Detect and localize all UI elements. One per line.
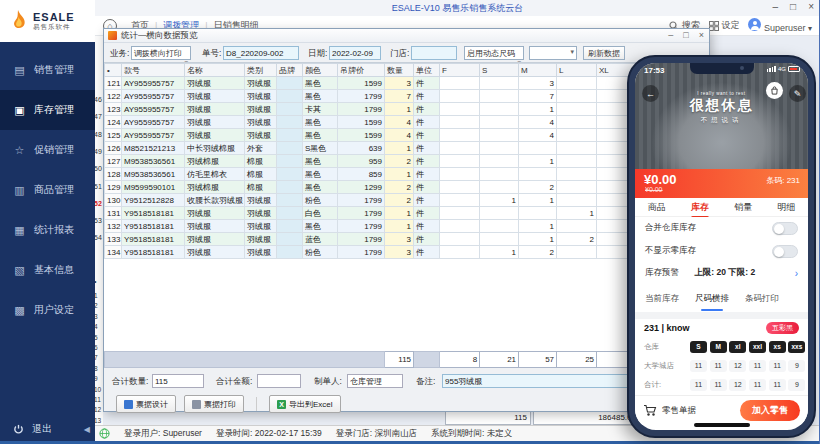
table-row[interactable]: 134Y9518518181羽绒服羽绒服粉色17993件12	[105, 246, 705, 259]
column-header[interactable]: 名称	[185, 64, 245, 77]
column-header[interactable]: 类别	[245, 64, 277, 77]
retail-receipt-label[interactable]: 零售单据	[662, 405, 696, 417]
table-row[interactable]: 126M8521521213中长羽绒棉服外套S黑色6391件	[105, 142, 705, 155]
phone-subtab-当前库存[interactable]: 当前库存	[645, 293, 679, 305]
table-row[interactable]: 123AY955955757羽绒服羽绒服卡其17991件1	[105, 103, 705, 116]
table-cell: 黑色	[303, 90, 338, 103]
home-indicator[interactable]	[694, 423, 750, 427]
collapse-sidebar-icon[interactable]: ◀	[84, 425, 90, 434]
merge-stock-toggle[interactable]	[772, 222, 798, 235]
dialog-close-icon[interactable]: ×	[699, 30, 704, 40]
phone-tab-明细[interactable]: 明细	[777, 199, 795, 216]
table-cell: 羽绒服	[245, 129, 277, 142]
size-chip[interactable]: xl	[729, 341, 746, 353]
sidebar-item-inventory-box[interactable]: ▣库存管理	[0, 90, 95, 130]
column-header[interactable]: •	[105, 64, 122, 77]
column-header[interactable]: 颜色	[303, 64, 338, 77]
dynamic-size-select[interactable]: 启用动态尺码▾	[464, 46, 524, 60]
maker-input[interactable]	[347, 374, 403, 388]
logout-button[interactable]: 退出	[13, 422, 52, 436]
table-cell: 粉色	[303, 246, 338, 259]
table-row[interactable]: 131Y9518518181羽绒服羽绒服白色17991件1	[105, 207, 705, 220]
username: Superuser	[764, 23, 806, 33]
table-row[interactable]: 127M9538536561羽绒棉服棉服黑色9592件1	[105, 155, 705, 168]
total-qty-input[interactable]	[152, 374, 204, 388]
dialog-titlebar[interactable]: 统计—横向数据预览 – □ ×	[104, 29, 709, 43]
empty-select[interactable]: ▾	[529, 46, 577, 60]
dialog-minimize-icon[interactable]: –	[668, 30, 673, 40]
size-chip[interactable]: xs	[769, 341, 786, 353]
add-to-retail-button[interactable]: 加入零售	[740, 400, 800, 421]
column-header[interactable]: L	[557, 64, 597, 77]
order-no-input[interactable]	[223, 46, 299, 60]
export-excel-button[interactable]: X导出到Excel	[269, 395, 341, 413]
promo-star-icon: ☆	[13, 144, 26, 157]
table-cell	[557, 220, 597, 233]
stock-warning-row[interactable]: 库存预警 上限: 20 下限: 2 ›	[635, 262, 808, 284]
table-row[interactable]: 128M9538536561仿毛里棉衣棉服黑色8591件	[105, 168, 705, 181]
column-header[interactable]: 品牌	[277, 64, 303, 77]
phone-subtab-条码打印[interactable]: 条码打印	[745, 293, 779, 305]
maximize-icon[interactable]: □	[790, 1, 796, 12]
table-row[interactable]: 124AY955955757羽绒服羽绒服黑色15994件4	[105, 116, 705, 129]
total-amount-input[interactable]	[257, 374, 301, 388]
column-header[interactable]: M	[519, 64, 557, 77]
column-header[interactable]: 数量	[385, 64, 414, 77]
column-header[interactable]: S	[480, 64, 519, 77]
receipt-design-button[interactable]: 票据设计	[116, 395, 176, 413]
table-cell: AY955955757	[122, 129, 185, 142]
sidebar-item-label: 基本信息	[34, 263, 74, 277]
column-header[interactable]: 单位	[414, 64, 440, 77]
settings-button[interactable]: 设定	[709, 19, 740, 32]
size-chip[interactable]: xxl	[749, 341, 766, 353]
phone-tab-销量[interactable]: 销量	[734, 199, 752, 216]
chevron-down-icon: ▾	[570, 48, 574, 56]
size-chip[interactable]: M	[710, 341, 727, 353]
phone-bottom-bar: 零售单据 加入零售	[635, 395, 808, 425]
user-menu[interactable]: Superuser ▾	[748, 18, 812, 33]
sidebar-item-goods[interactable]: ▥商品管理	[0, 170, 95, 210]
dialog-maximize-icon[interactable]: □	[683, 30, 688, 40]
table-row[interactable]: 122AY955955757羽绒服羽绒服黑色17997件7	[105, 90, 705, 103]
table-row[interactable]: 125AY955955757羽绒服羽绒服黑色15994件4	[105, 129, 705, 142]
phone-tab-商品[interactable]: 商品	[648, 199, 666, 216]
size-chip[interactable]: xxs	[788, 341, 805, 353]
hide-zero-toggle[interactable]	[772, 245, 798, 258]
minimize-icon[interactable]: –	[773, 1, 779, 12]
table-row[interactable]: 121AY955955757羽绒服羽绒服黑色15993件3	[105, 77, 705, 90]
sidebar-item-sales-doc[interactable]: ▤销售管理	[0, 50, 95, 90]
column-header[interactable]: 款号	[122, 64, 185, 77]
table-row[interactable]: 130Y9512512828收腰长款羽绒服羽绒服粉色17992件11	[105, 194, 705, 207]
table-cell	[480, 129, 519, 142]
table-cell: 中长羽绒棉服	[185, 142, 245, 155]
table-row[interactable]: 129M9599590101羽绒棉服棉服黑色12992件2	[105, 181, 705, 194]
receipt-print-button[interactable]: 票据打印	[184, 395, 244, 413]
store-input[interactable]	[411, 46, 457, 60]
sidebar-item-info-grid[interactable]: ▧基本信息	[0, 250, 95, 290]
cart-icon[interactable]	[643, 404, 657, 417]
table-cell: 羽绒服	[245, 103, 277, 116]
size-chip[interactable]: S	[690, 341, 707, 353]
table-row[interactable]: 133Y9518518181羽绒服羽绒服蓝色17993件12	[105, 233, 705, 246]
table-cell	[480, 116, 519, 129]
window-titlebar: ESALE-V10 易售乐销售系统云台 – □ ×	[95, 0, 820, 16]
close-icon[interactable]: ×	[808, 1, 814, 12]
sidebar-item-report-chart[interactable]: ▦统计报表	[0, 210, 95, 250]
table-row[interactable]: 132Y9518518181羽绒服羽绒服黑色17991件1	[105, 220, 705, 233]
bg-row-number: 46	[94, 96, 103, 103]
sidebar-item-user-lock[interactable]: ▩用户设定	[0, 290, 95, 330]
refresh-data-button[interactable]: 刷新数据	[583, 46, 625, 60]
date-input[interactable]	[329, 46, 381, 60]
bg-row-number: 2	[94, 302, 103, 309]
phone-subtab-尺码横排[interactable]: 尺码横排	[695, 293, 729, 305]
biz-select[interactable]: 调拨横向打印▾	[131, 46, 191, 60]
phone-clock: 17:53	[644, 66, 664, 75]
stock-grid-row: 仓库SMxlxxlxsxxs	[635, 337, 808, 356]
sidebar-item-promo-star[interactable]: ☆促销管理	[0, 130, 95, 170]
phone-tab-库存[interactable]: 库存	[691, 199, 709, 216]
stock-grid-row: 大学城店11111211119	[635, 356, 808, 375]
totals-cell: 25	[557, 352, 597, 368]
column-header[interactable]: 吊牌价	[338, 64, 385, 77]
table-cell: AY955955757	[122, 90, 185, 103]
column-header[interactable]: F	[440, 64, 480, 77]
